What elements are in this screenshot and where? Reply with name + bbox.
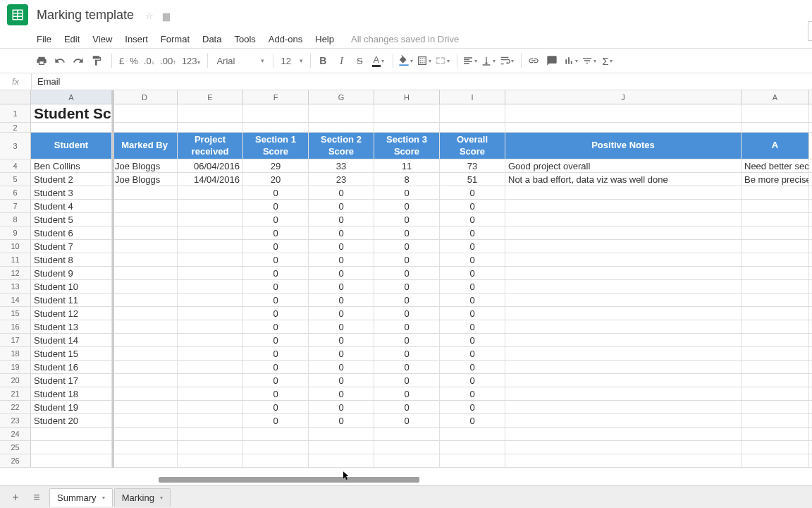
horizontal-scrollbar[interactable] (0, 477, 799, 484)
cell-marked-by[interactable] (112, 226, 178, 239)
cell-overall[interactable]: 0 (440, 334, 505, 346)
menu-view[interactable]: View (92, 34, 112, 44)
table-header[interactable]: Section 2Score (309, 133, 374, 159)
table-header[interactable]: Positive Notes (505, 133, 742, 159)
cell-s3[interactable]: 0 (374, 374, 440, 387)
cell[interactable] (440, 428, 505, 440)
insert-chart-icon[interactable]: ▾ (562, 52, 578, 70)
sheets-logo[interactable] (7, 4, 28, 25)
cell-s1[interactable]: 0 (243, 213, 309, 226)
cell-s2[interactable]: 0 (309, 414, 374, 427)
merge-cells-button[interactable]: ▾ (434, 52, 450, 70)
row-header[interactable]: 5 (0, 173, 31, 186)
cell-s2[interactable]: 0 (309, 334, 374, 346)
folder-icon[interactable]: ▆ (163, 11, 170, 21)
cell-date[interactable]: 06/04/2016 (178, 159, 243, 172)
star-icon[interactable]: ☆ (145, 11, 154, 21)
cell-student[interactable]: Student 6 (31, 226, 112, 239)
column-header[interactable]: E (178, 90, 243, 104)
cell-positive[interactable] (505, 280, 742, 293)
cell-negative[interactable] (742, 361, 809, 373)
cell-s3[interactable]: 0 (374, 414, 440, 427)
undo-icon[interactable] (52, 52, 68, 70)
cell-positive[interactable] (505, 347, 742, 360)
cell-s2[interactable]: 0 (309, 267, 374, 279)
bold-button[interactable]: B (315, 52, 331, 70)
cell-positive[interactable] (505, 374, 742, 387)
column-header[interactable]: H (374, 90, 440, 104)
text-wrap-button[interactable]: ▾ (498, 52, 514, 70)
cell-overall[interactable]: 0 (440, 240, 505, 253)
cell-s2[interactable]: 0 (309, 401, 374, 413)
menu-tools[interactable]: Tools (234, 34, 255, 44)
cell-negative[interactable] (742, 320, 809, 333)
cell[interactable] (742, 428, 809, 440)
row-header[interactable]: 9 (0, 226, 31, 239)
cell-marked-by[interactable] (112, 213, 178, 226)
cell-positive[interactable] (505, 320, 742, 333)
cell-positive[interactable] (505, 253, 742, 266)
cell-s2[interactable]: 0 (309, 294, 374, 306)
cell-negative[interactable] (742, 334, 809, 346)
cell-positive[interactable] (505, 401, 742, 413)
cell-negative[interactable] (742, 414, 809, 427)
cell-s2[interactable]: 0 (309, 387, 374, 400)
cell-marked-by[interactable] (112, 267, 178, 279)
cell[interactable] (243, 441, 309, 454)
row-header[interactable]: 18 (0, 347, 31, 360)
cell-s2[interactable]: 0 (309, 213, 374, 226)
cell-s3[interactable]: 0 (374, 387, 440, 400)
cell-positive[interactable] (505, 334, 742, 346)
redo-icon[interactable] (70, 52, 86, 70)
cell-s1[interactable]: 0 (243, 294, 309, 306)
table-header[interactable]: Section 3Score (374, 133, 440, 159)
cell-date[interactable] (178, 401, 243, 413)
add-sheet-button[interactable]: + (7, 489, 24, 506)
cell-student[interactable]: Student 5 (31, 213, 112, 226)
percent-format[interactable]: % (127, 56, 141, 66)
table-header[interactable]: A (742, 133, 809, 159)
tab-summary[interactable]: Summary▾ (49, 488, 113, 507)
cell-negative[interactable] (742, 347, 809, 360)
cell-date[interactable] (178, 213, 243, 226)
cell-positive[interactable]: Not a bad effort, data viz was well done (505, 173, 742, 186)
cell-s2[interactable]: 23 (309, 173, 374, 186)
freeze-line[interactable] (112, 90, 114, 468)
cell[interactable] (374, 441, 440, 454)
cell-s1[interactable]: 0 (243, 226, 309, 239)
cell[interactable] (309, 428, 374, 440)
row-header[interactable]: 23 (0, 414, 31, 427)
cell-negative[interactable] (742, 374, 809, 387)
cell-marked-by[interactable] (112, 387, 178, 400)
cell-s3[interactable]: 0 (374, 200, 440, 212)
cell-s1[interactable]: 0 (243, 267, 309, 279)
table-header[interactable]: Student (31, 133, 112, 159)
cell-negative[interactable] (742, 240, 809, 253)
cell-negative[interactable] (742, 294, 809, 306)
row-header[interactable]: 19 (0, 361, 31, 373)
row-header[interactable]: 2 (0, 123, 31, 132)
cell-s3[interactable]: 0 (374, 294, 440, 306)
cell-student[interactable]: Student 18 (31, 387, 112, 400)
cell-student[interactable]: Student 15 (31, 347, 112, 360)
row-header[interactable]: 12 (0, 267, 31, 279)
cell[interactable] (309, 441, 374, 454)
cell-overall[interactable]: 0 (440, 186, 505, 199)
cell-date[interactable] (178, 414, 243, 427)
cell[interactable] (178, 428, 243, 440)
cell-negative[interactable] (742, 280, 809, 293)
row-header[interactable]: 10 (0, 240, 31, 253)
cell-student[interactable]: Student 8 (31, 253, 112, 266)
all-sheets-button[interactable]: ≡ (28, 489, 45, 506)
menu-file[interactable]: File (37, 34, 51, 44)
cell[interactable] (112, 428, 178, 440)
menu-insert[interactable]: Insert (125, 34, 148, 44)
cell-s1[interactable]: 0 (243, 347, 309, 360)
cell-overall[interactable]: 0 (440, 401, 505, 413)
cell-s2[interactable]: 0 (309, 280, 374, 293)
cell-s1[interactable]: 0 (243, 374, 309, 387)
row-header[interactable]: 22 (0, 401, 31, 413)
row-header[interactable]: 7 (0, 200, 31, 212)
title-cell[interactable]: Student Sc (31, 104, 112, 122)
cell-marked-by[interactable] (112, 307, 178, 320)
